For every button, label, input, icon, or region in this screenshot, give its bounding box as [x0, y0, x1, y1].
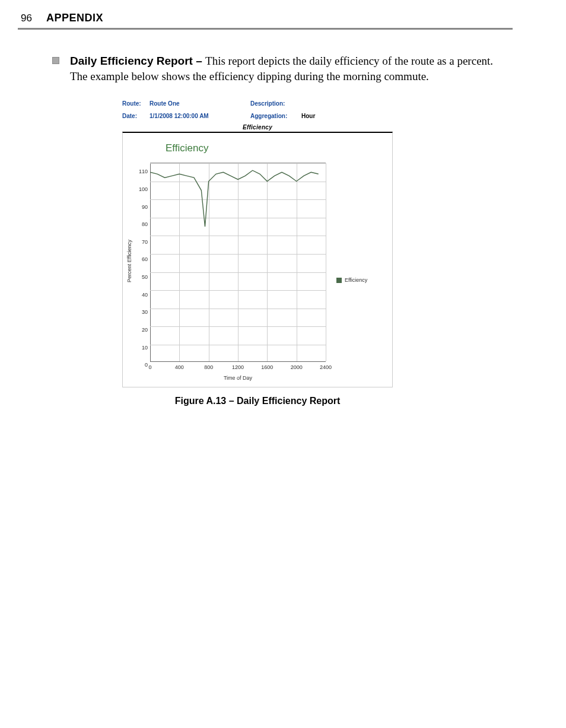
plot-block: Efficiency 04008001200160020002400 Time …	[148, 141, 326, 381]
y-tick-label: 90	[135, 204, 148, 210]
x-tick-label: 0	[143, 364, 157, 370]
legend-swatch-icon	[336, 278, 342, 283]
y-tick-label: 70	[135, 239, 148, 245]
x-tick-label: 2000	[290, 364, 304, 370]
header-rule	[18, 28, 513, 30]
section-title: APPENDIX	[46, 12, 103, 24]
x-axis-label: Time of Day	[150, 375, 326, 381]
bullet-item: Daily Efficiency Report – This report de…	[52, 53, 513, 84]
page-header: 96 APPENDIX	[21, 12, 513, 24]
report-info-grid: Route: Route One Description: Date: 1/1/…	[122, 100, 393, 119]
y-tick-label: 100	[135, 186, 148, 192]
line-series	[150, 163, 326, 363]
y-tick-label: 40	[135, 292, 148, 298]
x-tick-label: 2400	[319, 364, 333, 370]
bullet-lead: Daily Efficiency Report –	[70, 55, 205, 67]
y-tick-label: 60	[135, 256, 148, 262]
y-tick-label: 110	[135, 169, 148, 174]
description-value	[301, 100, 355, 107]
route-value: Route One	[150, 100, 250, 107]
date-value: 1/1/2008 12:00:00 AM	[150, 113, 250, 119]
x-tick-label: 1200	[231, 364, 245, 370]
x-axis-ticks: 04008001200160020002400	[150, 364, 326, 371]
gridline-v	[326, 163, 326, 361]
y-tick-label: 50	[135, 274, 148, 280]
y-tick-label: 20	[135, 327, 148, 333]
x-tick-label: 400	[172, 364, 186, 370]
body-content: Daily Efficiency Report – This report de…	[52, 53, 513, 406]
legend-label: Efficiency	[345, 277, 367, 283]
x-tick-label: 800	[202, 364, 216, 370]
square-bullet-icon	[52, 57, 59, 64]
plot-area	[150, 163, 326, 362]
y-tick-label: 30	[135, 309, 148, 315]
figure-caption: Figure A.13 – Daily Efficiency Report	[122, 396, 393, 406]
legend: Efficiency	[336, 179, 367, 381]
chart-title: Efficiency	[166, 142, 326, 154]
y-tick-label: 80	[135, 221, 148, 227]
chart-frame: Percent Efficiency 110100908070605040302…	[122, 132, 393, 387]
aggregation-label: Aggregation:	[250, 113, 301, 119]
description-label: Description:	[250, 100, 301, 107]
x-tick-label: 1600	[260, 364, 274, 370]
page-number: 96	[21, 12, 32, 24]
bullet-paragraph: Daily Efficiency Report – This report de…	[70, 53, 513, 84]
y-tick-label: 10	[135, 345, 148, 351]
figure: Route: Route One Description: Date: 1/1/…	[122, 100, 393, 406]
route-label: Route:	[122, 100, 150, 107]
page: 96 APPENDIX Daily Efficiency Report – Th…	[0, 0, 566, 728]
aggregation-value: Hour	[301, 113, 355, 119]
report-chart-header: Efficiency	[122, 124, 393, 131]
y-axis-ticks: 1101009080706050403020100	[135, 169, 148, 368]
chart-left: Percent Efficiency 110100908070605040302…	[126, 141, 326, 381]
y-axis-label: Percent Efficiency	[126, 240, 132, 282]
date-label: Date:	[122, 113, 150, 119]
